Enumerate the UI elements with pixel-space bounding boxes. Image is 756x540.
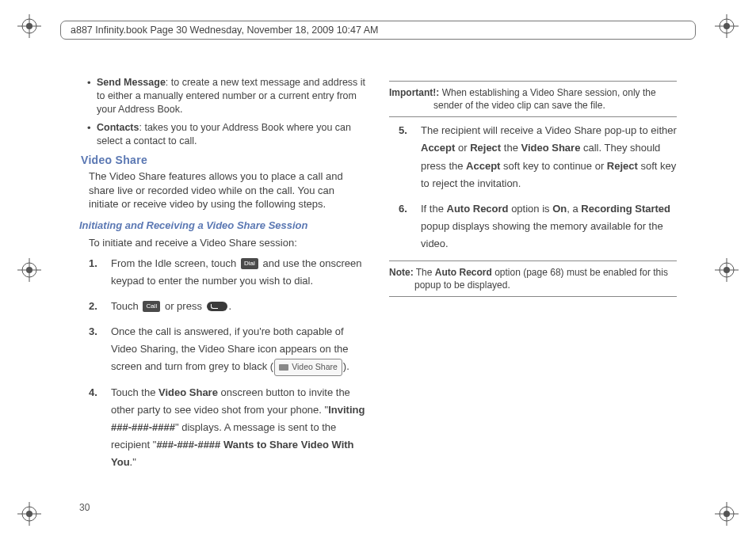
step-bold: Accept — [466, 160, 500, 172]
step-text: Touch the — [111, 386, 158, 398]
step-text: option is — [509, 203, 553, 215]
printmark-icon — [715, 502, 739, 526]
step-bold: Reject — [470, 142, 501, 154]
step-text: ). — [343, 360, 349, 372]
dial-icon: Dial — [241, 258, 258, 269]
note-block: Note: The Auto Record option (page 68) m… — [389, 266, 677, 291]
chip-label: Video Share — [292, 360, 338, 375]
step-bold: Auto Record — [447, 203, 509, 215]
subsection-heading: Initiating and Receiving a Video Share S… — [79, 219, 367, 231]
note-label: Note: — [389, 267, 414, 278]
step-item: Once the call is answered, if you're bot… — [89, 323, 367, 376]
video-share-icon — [279, 364, 288, 371]
step-item: Touch Call or press . — [89, 298, 367, 315]
step-text: soft key to continue or — [500, 160, 606, 172]
step-bold: Video Share — [158, 386, 218, 398]
step-bold: Accept — [421, 142, 455, 154]
step-bold: Reject — [607, 160, 638, 172]
step-item: If the Auto Record option is On, a Recor… — [399, 200, 677, 253]
steps-list: From the Idle screen, touch Dial and use… — [89, 255, 367, 471]
list-item: Contacts: takes you to your Address Book… — [97, 121, 367, 148]
video-share-chip: Video Share — [274, 359, 342, 376]
step-text: The recipient will receive a Video Share… — [421, 124, 677, 136]
call-key-icon — [207, 302, 227, 311]
step-text: or press — [162, 300, 204, 312]
bullet-term: Send Message — [97, 77, 166, 88]
step-text: or — [455, 142, 470, 154]
page-content: Send Message: to create a new text messa… — [79, 76, 677, 508]
right-column: Important!: When establishing a Video Sh… — [389, 76, 677, 508]
section-heading: Video Share — [81, 154, 367, 166]
list-item: Send Message: to create a new text messa… — [97, 76, 367, 116]
step-text: From the Idle screen, touch — [111, 257, 239, 269]
divider — [389, 81, 677, 82]
step-item: The recipient will receive a Video Share… — [399, 122, 677, 192]
step-item: Touch the Video Share onscreen button to… — [89, 384, 367, 471]
intro-text: To initiate and receive a Video Share se… — [89, 236, 367, 250]
step-text: the — [501, 142, 521, 154]
printmark-icon — [17, 258, 41, 282]
step-text: popup displays showing the memory availa… — [421, 220, 663, 249]
divider — [389, 116, 677, 117]
section-body: The Video Share features allows you to p… — [89, 169, 367, 211]
divider — [389, 296, 677, 297]
important-label: Important!: — [389, 87, 439, 98]
step-text: If the — [421, 203, 447, 215]
printmark-icon — [17, 502, 41, 526]
step-bold: On — [552, 203, 567, 215]
runner-text: a887 Infinity.book Page 30 Wednesday, No… — [71, 25, 378, 36]
feature-bullets: Send Message: to create a new text messa… — [79, 76, 367, 147]
step-text: . — [229, 300, 232, 312]
step-item: From the Idle screen, touch Dial and use… — [89, 255, 367, 290]
step-text: , a — [567, 203, 581, 215]
important-text: When establishing a Video Share session,… — [433, 87, 656, 111]
page-runner: a887 Infinity.book Page 30 Wednesday, No… — [60, 21, 696, 40]
important-note: Important!: When establishing a Video Sh… — [389, 86, 677, 112]
step-bold: Video Share — [521, 142, 580, 154]
step-text: Touch — [111, 300, 141, 312]
call-icon: Call — [143, 301, 160, 312]
printmark-icon — [715, 258, 739, 282]
printmark-icon — [715, 14, 739, 38]
left-column: Send Message: to create a new text messa… — [79, 76, 367, 508]
page-number: 30 — [79, 502, 90, 513]
step-bold: Recording Started — [581, 203, 670, 215]
divider — [389, 260, 677, 261]
step-text: ." — [130, 456, 136, 468]
printmark-icon — [17, 14, 41, 38]
bullet-term: Contacts — [97, 122, 139, 133]
note-bold: Auto Record — [435, 267, 492, 278]
steps-list-cont: The recipient will receive a Video Share… — [399, 122, 677, 253]
note-text: The — [414, 267, 435, 278]
